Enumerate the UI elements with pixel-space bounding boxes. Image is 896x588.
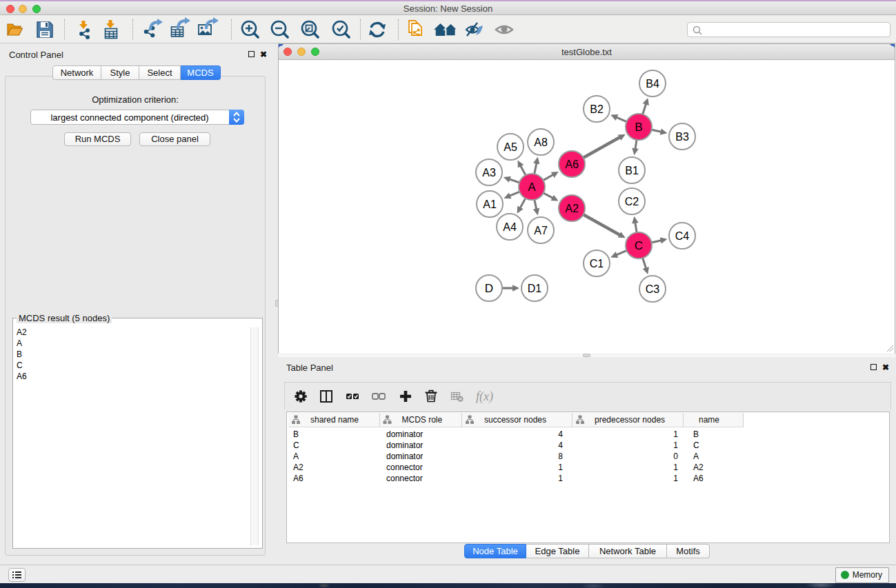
svg-text:D1: D1 (528, 283, 542, 294)
svg-text:B4: B4 (646, 78, 659, 90)
svg-text:A1: A1 (483, 199, 497, 210)
svg-text:A8: A8 (534, 136, 548, 148)
svg-text:C4: C4 (675, 230, 690, 242)
svg-text:A6: A6 (565, 159, 579, 170)
svg-text:B: B (635, 121, 642, 134)
svg-text:B1: B1 (625, 165, 639, 176)
svg-text:f(x): f(x) (476, 389, 493, 404)
svg-text:A: A (528, 181, 536, 194)
svg-text:A2: A2 (565, 203, 579, 214)
svg-text:C3: C3 (646, 283, 660, 295)
svg-text:C2: C2 (625, 196, 639, 207)
svg-text:D: D (485, 282, 493, 295)
svg-text:A3: A3 (482, 167, 496, 179)
svg-text:C: C (635, 239, 643, 252)
svg-text:A4: A4 (503, 221, 517, 233)
svg-text:C1: C1 (590, 258, 604, 270)
svg-text:A5: A5 (504, 141, 517, 153)
svg-text:B3: B3 (675, 131, 689, 143)
svg-text:A7: A7 (534, 225, 548, 236)
svg-text:B2: B2 (590, 103, 604, 115)
